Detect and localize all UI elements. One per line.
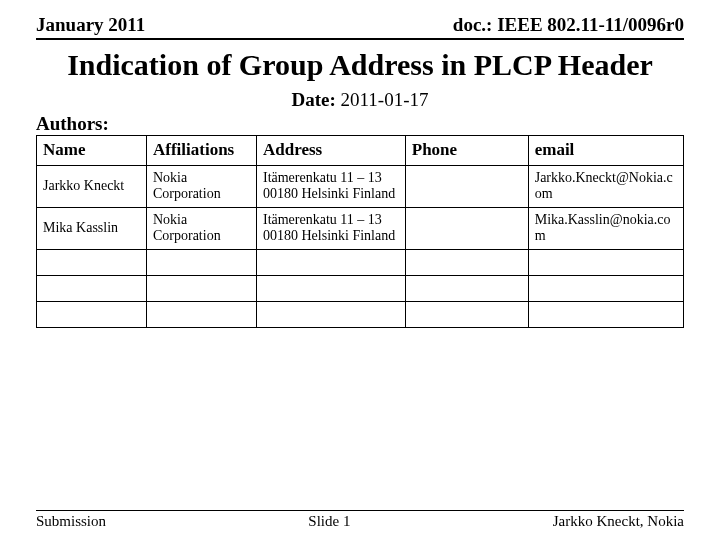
cell-affil [146,301,256,327]
cell-affil [146,249,256,275]
cell-phone [405,207,528,249]
cell-email: Mika.Kasslin@nokia.com [528,207,683,249]
date-line: Date: 2011-01-17 [36,89,684,111]
footer-center: Slide 1 [308,513,350,530]
footer-left: Submission [36,513,106,530]
authors-table: Name Affiliations Address Phone email Ja… [36,135,684,328]
page-title: Indication of Group Address in PLCP Head… [36,48,684,83]
cell-phone [405,301,528,327]
footer-rule [36,510,684,511]
header-doc-id: doc.: IEEE 802.11-11/0096r0 [453,14,684,36]
col-header-addr: Address [256,135,405,165]
cell-phone [405,249,528,275]
slide-page: January 2011 doc.: IEEE 802.11-11/0096r0… [0,0,720,540]
table-header-row: Name Affiliations Address Phone email [37,135,684,165]
spacer [36,328,684,511]
cell-addr [256,301,405,327]
cell-name [37,275,147,301]
date-value: 2011-01-17 [341,89,429,110]
cell-phone [405,165,528,207]
col-header-name: Name [37,135,147,165]
table-row [37,301,684,327]
cell-email [528,275,683,301]
header-bar: January 2011 doc.: IEEE 802.11-11/0096r0 [36,14,684,36]
cell-email: Jarkko.Kneckt@Nokia.com [528,165,683,207]
table-row: Mika Kasslin Nokia Corporation Itämerenk… [37,207,684,249]
cell-affil: Nokia Corporation [146,207,256,249]
cell-name: Jarkko Kneckt [37,165,147,207]
table-row: Jarkko Kneckt Nokia Corporation Itämeren… [37,165,684,207]
footer-right: Jarkko Kneckt, Nokia [553,513,684,530]
col-header-phone: Phone [405,135,528,165]
cell-phone [405,275,528,301]
cell-addr: Itämerenkatu 11 – 13 00180 Helsinki Finl… [256,207,405,249]
footer-bar: Submission Slide 1 Jarkko Kneckt, Nokia [36,513,684,530]
date-label: Date: [291,89,335,110]
header-rule [36,38,684,40]
cell-name [37,249,147,275]
col-header-email: email [528,135,683,165]
table-row [37,249,684,275]
cell-affil [146,275,256,301]
cell-addr [256,275,405,301]
cell-email [528,301,683,327]
cell-addr [256,249,405,275]
cell-email [528,249,683,275]
table-row [37,275,684,301]
header-date: January 2011 [36,14,145,36]
cell-affil: Nokia Corporation [146,165,256,207]
cell-name [37,301,147,327]
cell-name: Mika Kasslin [37,207,147,249]
col-header-affil: Affiliations [146,135,256,165]
cell-addr: Itämerenkatu 11 – 13 00180 Helsinki Finl… [256,165,405,207]
authors-label: Authors: [36,113,684,135]
